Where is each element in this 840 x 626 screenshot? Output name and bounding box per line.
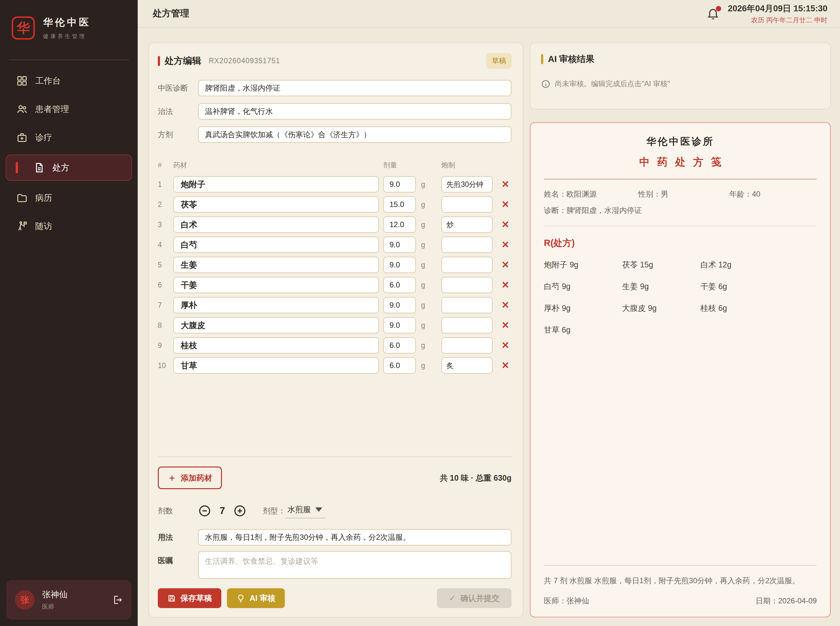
herb-prep-input[interactable]: [441, 357, 493, 374]
herb-index: 2: [158, 200, 173, 209]
herb-summary: 共 10 味 · 总重 630g: [440, 473, 512, 483]
herb-prep-input[interactable]: [441, 337, 493, 354]
advice-textarea[interactable]: [198, 551, 512, 579]
sidebar-item-patients[interactable]: 患者管理: [6, 98, 132, 121]
diagnosis-input[interactable]: [198, 80, 512, 96]
decrease-dose-button[interactable]: [198, 504, 211, 518]
close-icon: ✕: [501, 260, 509, 270]
delete-herb-button[interactable]: ✕: [501, 361, 509, 370]
sidebar-item-treatment[interactable]: 诊疗: [6, 126, 132, 149]
delete-herb-button[interactable]: ✕: [501, 240, 509, 249]
delete-herb-button[interactable]: ✕: [501, 180, 509, 189]
herb-dose-input[interactable]: [383, 297, 416, 313]
rx-herb-item: 白芍 9g: [544, 281, 622, 292]
herb-prep-input[interactable]: [441, 196, 493, 213]
herb-row: 1 g ✕: [158, 176, 512, 192]
add-herb-button[interactable]: ＋ 添加药材: [158, 466, 222, 489]
ai-review-button[interactable]: AI 审核: [227, 588, 285, 608]
col-prep-header: 炮制: [441, 160, 493, 170]
herb-prep-input[interactable]: [441, 216, 493, 233]
sidebar-item-prescription[interactable]: 处方: [6, 155, 132, 181]
sidebar-item-label: 病历: [35, 192, 52, 203]
delete-herb-button[interactable]: ✕: [501, 341, 509, 350]
prescription-preview-card: 华伦中医诊所 中药处方笺 姓名：欧阳渊源 性别：男 年龄：40 诊断：脾肾阳虚，…: [530, 122, 831, 618]
herb-name-input[interactable]: [173, 236, 379, 253]
dose-unit: g: [418, 200, 428, 209]
save-draft-label: 保存草稿: [180, 593, 212, 603]
herb-name-input[interactable]: [173, 317, 379, 333]
herb-prep-input[interactable]: [441, 297, 493, 313]
submit-button[interactable]: ✓ 确认并提交: [437, 588, 512, 608]
herb-dose-input[interactable]: [383, 257, 416, 273]
method-input[interactable]: [198, 103, 512, 119]
herb-name-input[interactable]: [173, 357, 379, 374]
rx-herb-item: 大腹皮 9g: [622, 303, 700, 313]
plus-icon: ＋: [167, 472, 176, 484]
rx-herb-item: 桂枝 6g: [700, 303, 779, 313]
patients-icon: [16, 103, 28, 115]
herb-name-input[interactable]: [173, 176, 379, 192]
treatment-icon: [16, 132, 28, 143]
delete-herb-button[interactable]: ✕: [501, 280, 509, 290]
logout-button[interactable]: [112, 595, 123, 605]
save-draft-button[interactable]: 保存草稿: [158, 588, 221, 608]
delete-herb-button[interactable]: ✕: [501, 220, 509, 229]
patient-age: 年龄：40: [729, 189, 760, 199]
status-badge: 草稿: [486, 53, 512, 69]
herb-dose-input[interactable]: [383, 236, 416, 253]
avatar: 张: [15, 590, 34, 610]
close-icon: ✕: [501, 219, 509, 230]
herb-name-input[interactable]: [173, 297, 379, 313]
herb-name-input[interactable]: [173, 337, 379, 354]
herb-dose-input[interactable]: [383, 216, 416, 233]
sidebar-item-dashboard[interactable]: 工作台: [6, 69, 132, 92]
herb-dose-input[interactable]: [383, 317, 416, 333]
dosage-form-select[interactable]: 水煎服: [286, 503, 325, 518]
herb-index: 5: [158, 261, 173, 269]
herb-name-input[interactable]: [173, 196, 379, 213]
delete-herb-button[interactable]: ✕: [501, 200, 509, 209]
herb-prep-input[interactable]: [441, 176, 493, 192]
ai-review-result-card: AI 审核结果 尚未审核。编辑完成后点击"AI 审核": [530, 42, 831, 110]
dashboard-icon: [16, 75, 28, 86]
dosage-form-label: 剂型：: [263, 506, 286, 516]
col-index-header: #: [158, 161, 173, 169]
delete-herb-button[interactable]: ✕: [501, 260, 509, 269]
save-icon: [167, 594, 176, 603]
dose-unit: g: [418, 241, 428, 249]
sidebar-item-records[interactable]: 病历: [6, 186, 132, 209]
preview-divider: [544, 179, 817, 180]
section-accent-bar: [158, 56, 160, 66]
notifications-button[interactable]: [706, 7, 720, 20]
herb-prep-input[interactable]: [441, 317, 493, 333]
delete-herb-button[interactable]: ✕: [501, 300, 509, 310]
sheet-title: 中药处方笺: [544, 155, 817, 169]
herb-dose-input[interactable]: [383, 337, 416, 354]
usage-input[interactable]: [198, 529, 512, 545]
herb-index: 6: [158, 281, 173, 290]
herb-name-input[interactable]: [173, 216, 379, 233]
formula-input[interactable]: [198, 127, 512, 143]
herb-name-input[interactable]: [173, 277, 379, 293]
herb-index: 4: [158, 241, 173, 249]
herb-dose-input[interactable]: [383, 176, 416, 192]
ai-panel-title: AI 审核结果: [548, 53, 595, 65]
herb-name-input[interactable]: [173, 257, 379, 273]
delete-herb-button[interactable]: ✕: [501, 321, 509, 330]
col-herb-header: 药材: [173, 160, 379, 170]
sidebar-item-followup[interactable]: 随访: [6, 215, 132, 238]
dose-count-label: 剂数: [158, 506, 198, 516]
herb-dose-input[interactable]: [383, 357, 416, 374]
herb-dose-input[interactable]: [383, 277, 416, 293]
herb-prep-input[interactable]: [441, 236, 493, 253]
increase-dose-button[interactable]: [233, 504, 247, 518]
herb-prep-input[interactable]: [441, 277, 493, 293]
prescription-editor-card: 处方编辑 RX20260409351751 草稿 中医诊断 治法 方剂: [148, 42, 523, 618]
dose-unit: g: [418, 261, 428, 269]
sidebar-item-label: 随访: [35, 221, 52, 232]
herb-dose-input[interactable]: [383, 196, 416, 213]
ai-review-label: AI 审核: [250, 593, 275, 603]
patient-name: 姓名：欧阳渊源: [544, 189, 638, 199]
herb-prep-input[interactable]: [441, 257, 493, 273]
logo-char: 华: [17, 19, 30, 37]
